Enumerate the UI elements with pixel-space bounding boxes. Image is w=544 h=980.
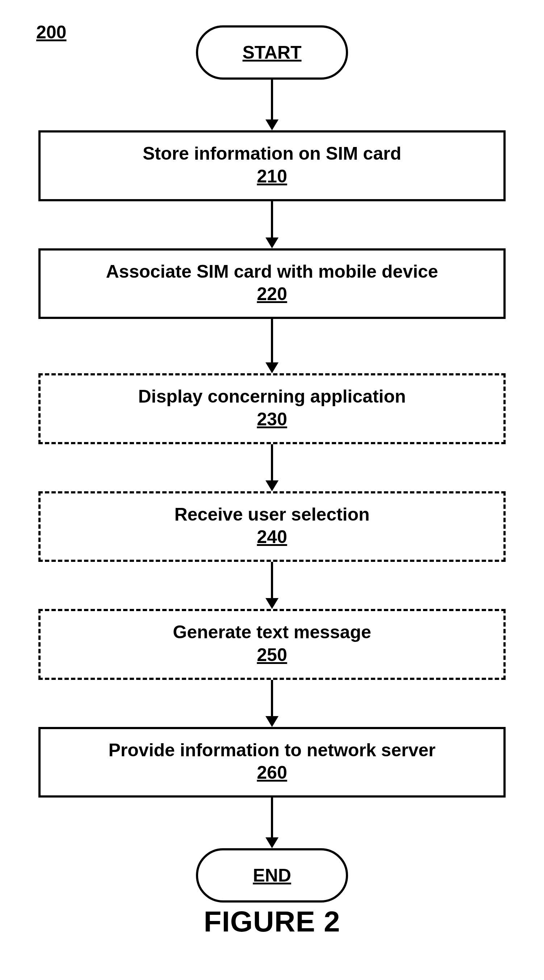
flowchart-page: 200 START Store information on SIM card …	[0, 0, 544, 980]
process-ref: 230	[257, 409, 287, 430]
process-title: Associate SIM card with mobile device	[106, 261, 438, 282]
process-260: Provide information to network server 26…	[38, 727, 506, 798]
arrow-head-icon	[265, 119, 279, 130]
arrow-shaft	[271, 201, 273, 237]
end-terminal: END	[196, 848, 348, 902]
arrow-210-to-220	[265, 201, 279, 248]
process-ref: 210	[257, 166, 287, 187]
arrow-shaft	[271, 797, 273, 837]
process-title: Store information on SIM card	[143, 143, 401, 164]
arrow-220-to-230	[265, 319, 279, 373]
arrow-260-to-end	[265, 797, 279, 848]
process-210: Store information on SIM card 210	[38, 130, 506, 201]
process-240-optional: Receive user selection 240	[38, 491, 506, 562]
arrow-head-icon	[265, 598, 279, 609]
arrow-head-icon	[265, 837, 279, 848]
arrow-shaft	[271, 319, 273, 363]
flowchart-column: START Store information on SIM card 210 …	[38, 25, 506, 902]
process-220: Associate SIM card with mobile device 22…	[38, 248, 506, 319]
arrow-shaft	[271, 680, 273, 716]
process-230-optional: Display concerning application 230	[38, 373, 506, 444]
process-title: Generate text message	[173, 622, 371, 643]
start-terminal: START	[196, 25, 348, 80]
arrow-head-icon	[265, 480, 279, 491]
process-title: Display concerning application	[138, 386, 406, 407]
start-label: START	[242, 42, 302, 63]
arrow-230-to-240	[265, 444, 279, 491]
process-ref: 220	[257, 283, 287, 304]
figure-caption: FIGURE 2	[0, 905, 544, 939]
process-ref: 260	[257, 762, 287, 783]
arrow-250-to-260	[265, 680, 279, 727]
arrow-head-icon	[265, 716, 279, 727]
process-250-optional: Generate text message 250	[38, 609, 506, 680]
arrow-shaft	[271, 444, 273, 480]
arrow-shaft	[271, 80, 273, 119]
arrow-240-to-250	[265, 562, 279, 609]
process-ref: 240	[257, 527, 287, 547]
arrow-shaft	[271, 562, 273, 598]
process-title: Receive user selection	[174, 504, 369, 525]
arrow-start-to-210	[265, 80, 279, 130]
arrow-head-icon	[265, 237, 279, 248]
arrow-head-icon	[265, 363, 279, 373]
process-ref: 250	[257, 644, 287, 665]
process-title: Provide information to network server	[108, 740, 436, 761]
end-label: END	[253, 865, 291, 886]
